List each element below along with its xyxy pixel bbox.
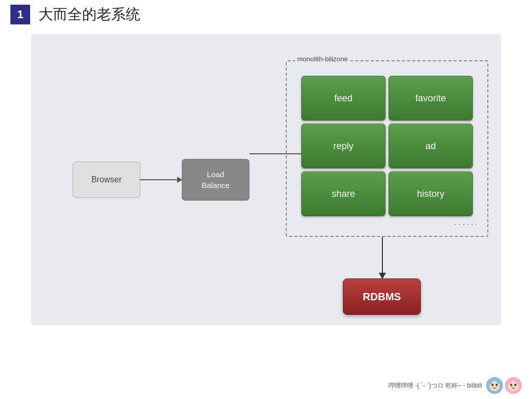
service-reply: reply (301, 124, 385, 168)
dots-indicator: ...... (454, 217, 479, 228)
diagram-area: Browser LoadBalance monolith-bilizone fe… (31, 34, 501, 325)
svg-point-5 (497, 380, 500, 384)
service-grid: feed favorite reply ad share history (301, 76, 473, 216)
service-history: history (389, 171, 473, 216)
browser-box: Browser (73, 162, 140, 198)
svg-point-8 (510, 384, 512, 386)
monolith-container: monolith-bilizone feed favorite reply ad… (286, 60, 488, 237)
service-ad: ad (389, 124, 473, 168)
footer: 哔哩哔哩 -( ´- `)つロ 乾杯~ - bilibili (389, 377, 522, 394)
service-feed: feed (301, 76, 385, 121)
service-favorite: favorite (389, 76, 473, 121)
monolith-label: monolith-bilizone (295, 55, 350, 63)
service-share: share (301, 171, 385, 216)
svg-point-4 (489, 380, 493, 384)
avatar-group (486, 377, 522, 394)
svg-point-3 (496, 384, 498, 386)
svg-point-11 (515, 380, 518, 384)
avatar-2 (505, 377, 522, 394)
arrow-browser-to-lb (140, 179, 182, 180)
svg-point-10 (508, 380, 511, 384)
rdbms-box: RDBMS (343, 278, 421, 315)
footer-text: 哔哩哔哩 -( ´- `)つロ 乾杯~ - bilibili (389, 381, 482, 390)
slide-header: 1 大而全的老系统 (0, 0, 532, 29)
load-balance-box: LoadBalance (182, 159, 249, 201)
slide-number: 1 (10, 5, 30, 24)
arrow-to-rdbms (382, 237, 383, 278)
slide-title: 大而全的老系统 (38, 5, 140, 24)
svg-point-9 (514, 384, 516, 386)
avatar-1 (486, 377, 503, 394)
svg-point-2 (491, 384, 494, 386)
